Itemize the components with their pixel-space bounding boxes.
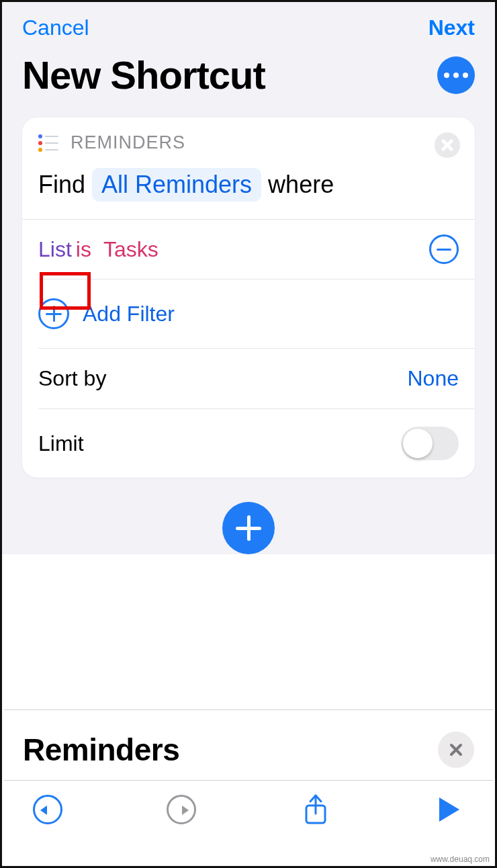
app-frame: Cancel Next New Shortcut REMINDERS [0, 0, 497, 868]
play-icon [439, 797, 459, 822]
sort-by-value: None [408, 366, 459, 391]
app-label: REMINDERS [71, 132, 185, 153]
plus-icon [38, 298, 69, 329]
bottom-sheet: Reminders [4, 709, 493, 864]
limit-label: Limit [38, 431, 84, 456]
query-row: Find All Reminders where [22, 160, 475, 219]
title-row: New Shortcut [2, 46, 495, 118]
share-icon [302, 793, 329, 826]
undo-icon [33, 795, 62, 824]
top-area: Cancel Next New Shortcut REMINDERS [2, 2, 495, 554]
run-button[interactable] [433, 793, 466, 826]
reminders-app-icon [38, 133, 58, 153]
remove-filter-button[interactable] [429, 234, 459, 264]
add-filter-label: Add Filter [83, 302, 175, 327]
find-label: Find [38, 171, 85, 199]
add-action-button[interactable] [222, 502, 275, 554]
more-button[interactable] [437, 56, 475, 94]
sheet-header: Reminders [4, 710, 493, 780]
sort-by-label: Sort by [38, 366, 106, 391]
sort-by-row[interactable]: Sort by None [22, 349, 475, 408]
close-icon [441, 139, 453, 151]
share-button[interactable] [299, 793, 332, 826]
filter-field-token[interactable]: List [38, 237, 72, 262]
close-icon [449, 742, 463, 757]
cancel-button[interactable]: Cancel [22, 15, 89, 40]
next-button[interactable]: Next [428, 15, 475, 40]
redo-icon [167, 795, 196, 824]
sheet-title: Reminders [23, 732, 179, 768]
scope-token[interactable]: All Reminders [92, 168, 261, 202]
watermark: www.deuaq.com [431, 855, 490, 864]
limit-toggle[interactable] [401, 427, 459, 460]
page-title: New Shortcut [22, 52, 265, 97]
limit-row: Limit [22, 409, 475, 478]
filter-operator-token[interactable]: is [76, 237, 91, 262]
sheet-close-button[interactable] [438, 732, 474, 768]
toolbar [4, 780, 493, 838]
filter-row: List is Tasks [22, 220, 475, 279]
card-header: REMINDERS [22, 118, 475, 160]
remove-action-button[interactable] [435, 132, 460, 158]
ellipsis-icon [444, 73, 449, 78]
toggle-knob [403, 429, 433, 458]
where-label: where [268, 171, 334, 199]
add-filter-row[interactable]: Add Filter [22, 279, 475, 348]
nav-bar: Cancel Next [2, 2, 495, 46]
filter-value-token[interactable]: Tasks [103, 237, 159, 262]
undo-button[interactable] [31, 793, 64, 826]
redo-button[interactable] [165, 793, 198, 826]
reminders-action-card: REMINDERS Find All Reminders where List … [22, 118, 475, 478]
